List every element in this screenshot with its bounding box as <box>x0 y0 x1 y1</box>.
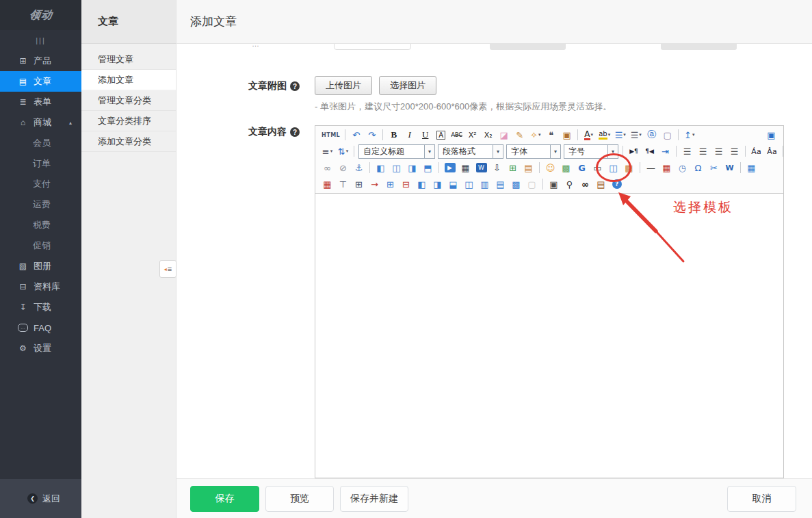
split-col-icon[interactable]: ▤ <box>493 177 508 192</box>
choose-image-button[interactable]: 选择图片 <box>379 76 436 95</box>
italic-icon[interactable]: I <box>402 128 417 142</box>
submenu-item-add-category[interactable]: 添加文章分类 <box>81 131 176 152</box>
insert-header-row-icon[interactable]: ⊞ <box>352 177 366 192</box>
video-icon[interactable]: ▶ <box>443 161 457 175</box>
align-center-icon[interactable]: ☰ <box>696 144 710 159</box>
merge-down-icon[interactable]: ⬓ <box>446 177 460 192</box>
help-icon[interactable]: ? <box>290 127 300 137</box>
help-icon[interactable]: ? <box>290 81 300 91</box>
new-doc-icon[interactable]: ▢ <box>660 128 675 142</box>
img-float-left-icon[interactable]: ◧ <box>374 161 388 175</box>
save-button[interactable]: 保存 <box>190 486 259 512</box>
sidebar-item-articles[interactable]: ▤文章 <box>0 71 81 92</box>
word-doc-icon[interactable]: W <box>722 161 737 175</box>
sidebar-item-shipping[interactable]: 运费 <box>0 194 81 215</box>
merge-cells-icon[interactable]: ◧ <box>415 177 429 192</box>
font-color-icon[interactable]: A▾ <box>581 128 596 142</box>
map-icon[interactable]: ▩ <box>559 161 573 175</box>
special-char-icon[interactable]: Ω <box>691 161 705 175</box>
bold-icon[interactable]: B <box>387 128 401 142</box>
split-cell-icon[interactable]: ◫ <box>462 177 476 192</box>
help-icon[interactable]: ? <box>610 177 624 192</box>
scene-icon[interactable]: ▩ <box>622 161 636 175</box>
auto-typeset-icon[interactable]: ✧▾ <box>528 128 542 142</box>
sidebar-item-promotion[interactable]: 促销 <box>0 235 81 256</box>
sidebar-item-forms[interactable]: ≣表单 <box>0 92 81 112</box>
attachment-icon[interactable]: ⊞ <box>506 161 520 175</box>
rtl-icon[interactable]: ¶◀ <box>642 144 657 159</box>
redo-icon[interactable]: ↷ <box>365 128 379 142</box>
submenu-item-sort-categories[interactable]: 文章分类排序 <box>81 111 176 131</box>
char-border-icon[interactable]: A <box>434 128 448 142</box>
word-image-icon[interactable]: W <box>474 161 488 175</box>
sidebar-item-albums[interactable]: ▧图册 <box>0 256 81 276</box>
preview-search-icon[interactable]: ⚲ <box>562 177 577 192</box>
anchor-icon[interactable]: ⚓ <box>352 161 366 175</box>
strikethrough-icon[interactable]: ABC <box>449 128 464 142</box>
ordered-list-icon[interactable]: ☰▾ <box>613 128 627 142</box>
align-justify-icon[interactable]: ☰ <box>727 144 742 159</box>
font-size-dropdown[interactable]: 字号▾ <box>564 144 618 159</box>
delete-row-icon[interactable]: → <box>367 177 382 192</box>
unlink-icon[interactable]: ⊘ <box>336 161 350 175</box>
clipped-button[interactable] <box>661 44 737 50</box>
horizontal-rule-icon[interactable]: — <box>644 161 658 175</box>
preview-button[interactable]: 预览 <box>265 486 334 512</box>
sidebar-item-members[interactable]: 会员 <box>0 133 81 153</box>
insert-col-icon[interactable]: ⊞ <box>383 177 397 192</box>
sidebar-item-download[interactable]: ↧下载 <box>0 297 81 318</box>
submenu-item-add-article[interactable]: 添加文章 <box>81 70 176 90</box>
back-button[interactable]: ❮ 返回 <box>0 479 81 518</box>
paragraph-format-dropdown[interactable]: 段落格式▾ <box>438 144 503 159</box>
emoji-icon[interactable]: ☺ <box>543 161 558 175</box>
to-uppercase-icon[interactable]: Áa <box>749 144 763 159</box>
upload-image-button[interactable]: 上传图片 <box>315 76 372 95</box>
img-center-icon[interactable]: ◫ <box>389 161 404 175</box>
find-replace-icon[interactable]: ∞ <box>578 177 592 192</box>
ltr-icon[interactable]: ▶¶ <box>627 144 641 159</box>
align-right-icon[interactable]: ☰ <box>711 144 726 159</box>
img-float-right-icon[interactable]: ◨ <box>405 161 419 175</box>
table-style-icon[interactable]: ▩ <box>509 177 523 192</box>
screenshot-icon[interactable]: ⇩ <box>490 161 504 175</box>
paste-plain-icon[interactable]: ▣ <box>560 128 574 142</box>
delete-col-icon[interactable]: ⊟ <box>399 177 413 192</box>
sidebar-item-library[interactable]: ⊟资料库 <box>0 276 81 297</box>
split-row-icon[interactable]: ▥ <box>477 177 492 192</box>
para-spacing-icon[interactable]: ⇅▾ <box>336 144 350 159</box>
superscript-icon[interactable]: X² <box>465 128 480 142</box>
print-icon[interactable]: ▣ <box>547 177 561 192</box>
source-code-icon[interactable]: HTML <box>320 128 341 142</box>
highlight-icon[interactable]: ab▾ <box>597 128 612 142</box>
link-icon[interactable]: ∞ <box>320 161 335 175</box>
blockquote-icon[interactable]: ❝ <box>544 128 558 142</box>
insert-table-icon[interactable]: ▦ <box>744 161 759 175</box>
media-icon[interactable]: ▦ <box>458 161 473 175</box>
save-and-new-button[interactable]: 保存并新建 <box>340 486 408 512</box>
screen-clip-icon[interactable]: ✂ <box>707 161 721 175</box>
page-break-icon[interactable]: ▢ <box>525 177 539 192</box>
indent-icon[interactable]: ⇥ <box>658 144 672 159</box>
paste-board-icon[interactable]: ▤ <box>594 177 608 192</box>
clipped-button[interactable] <box>490 44 566 50</box>
to-lowercase-icon[interactable]: Âa <box>765 144 779 159</box>
sidebar-item-payment[interactable]: 支付 <box>0 174 81 194</box>
unordered-list-icon[interactable]: ☰▾ <box>629 128 643 142</box>
undo-icon[interactable]: ↶ <box>349 128 363 142</box>
auto-link-icon[interactable]: ⓐ <box>644 128 659 142</box>
remove-format-icon[interactable]: ◪ <box>497 128 511 142</box>
custom-title-dropdown[interactable]: 自定义标题▾ <box>358 144 435 159</box>
template-icon[interactable]: ◫ <box>606 161 620 175</box>
editor-body[interactable] <box>315 194 783 478</box>
font-family-dropdown[interactable]: 字体▾ <box>506 144 561 159</box>
sidebar-item-faq[interactable]: …FAQ <box>0 318 81 338</box>
delete-table-icon[interactable]: ▦ <box>320 177 335 192</box>
format-brush-icon[interactable]: ✎ <box>512 128 527 142</box>
sidebar-item-orders[interactable]: 订单 <box>0 153 81 174</box>
sidebar-item-settings[interactable]: ⚙设置 <box>0 338 81 359</box>
subscript-icon[interactable]: X₂ <box>481 128 495 142</box>
insert-frame-icon[interactable]: ▭ <box>590 161 605 175</box>
sidebar-item-products[interactable]: ⊞产品 <box>0 51 81 71</box>
submenu-item-manage-categories[interactable]: 管理文章分类 <box>81 90 176 111</box>
underline-icon[interactable]: U <box>418 128 432 142</box>
